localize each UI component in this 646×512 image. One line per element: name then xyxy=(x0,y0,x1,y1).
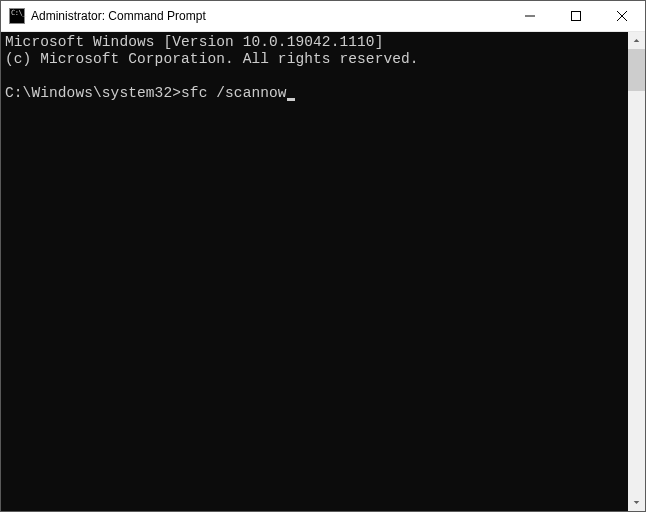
svg-rect-1 xyxy=(572,12,581,21)
titlebar[interactable]: Administrator: Command Prompt xyxy=(1,1,645,32)
window-title: Administrator: Command Prompt xyxy=(31,9,507,23)
command-input[interactable]: sfc /scannow xyxy=(181,85,287,101)
copyright-line: (c) Microsoft Corporation. All rights re… xyxy=(5,51,419,67)
close-button[interactable] xyxy=(599,1,645,31)
scroll-up-button[interactable] xyxy=(628,32,645,49)
chevron-down-icon xyxy=(633,499,640,506)
scroll-down-button[interactable] xyxy=(628,494,645,511)
prompt-text: C:\Windows\system32> xyxy=(5,85,181,101)
minimize-icon xyxy=(525,11,535,21)
client-area: Microsoft Windows [Version 10.0.19042.11… xyxy=(1,32,645,511)
chevron-up-icon xyxy=(633,37,640,44)
terminal-output[interactable]: Microsoft Windows [Version 10.0.19042.11… xyxy=(1,32,628,511)
scroll-thumb[interactable] xyxy=(628,49,645,91)
version-line: Microsoft Windows [Version 10.0.19042.11… xyxy=(5,34,383,50)
vertical-scrollbar[interactable] xyxy=(628,32,645,511)
cmd-icon xyxy=(9,8,25,24)
close-icon xyxy=(617,11,627,21)
maximize-icon xyxy=(571,11,581,21)
minimize-button[interactable] xyxy=(507,1,553,31)
command-prompt-window: Administrator: Command Prompt Microsoft … xyxy=(0,0,646,512)
window-controls xyxy=(507,1,645,31)
text-cursor xyxy=(287,98,295,101)
maximize-button[interactable] xyxy=(553,1,599,31)
